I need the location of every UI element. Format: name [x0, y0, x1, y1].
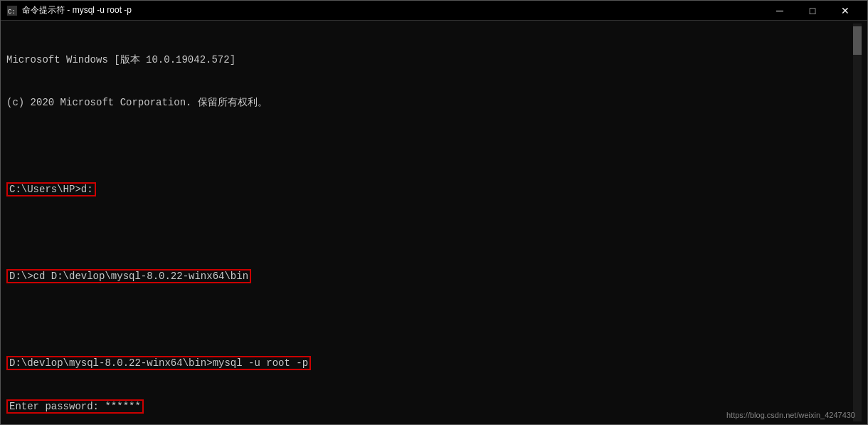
terminal-body: Microsoft Windows [版本 10.0.19042.572] (c… — [1, 21, 867, 424]
title-bar: C: 命令提示符 - mysql -u root -p ─ □ ✕ — [1, 1, 867, 21]
line-blank-2 — [6, 226, 853, 240]
scrollbar[interactable] — [853, 23, 862, 421]
line-d-command: C:\Users\HP>d: — [6, 182, 853, 196]
window-controls: ─ □ ✕ — [763, 1, 862, 21]
minimize-button[interactable]: ─ — [763, 1, 796, 21]
svg-text:C:: C: — [8, 9, 16, 16]
window-title: 命令提示符 - mysql -u root -p — [22, 4, 132, 16]
watermark: https://blog.csdn.net/weixin_4247430 — [726, 411, 855, 419]
box-cd-command: D:\>cd D:\devlop\mysql-8.0.22-winx64\bin — [6, 269, 251, 283]
close-button[interactable]: ✕ — [829, 1, 862, 21]
box-d-command: C:\Users\HP>d: — [6, 182, 96, 196]
box-mysql-command: D:\devlop\mysql-8.0.22-winx64\bin>mysql … — [6, 356, 311, 370]
cmd-window: C: 命令提示符 - mysql -u root -p ─ □ ✕ Micros… — [0, 0, 868, 425]
box-password: Enter password: ****** — [6, 399, 144, 414]
line-blank-1 — [6, 139, 853, 153]
maximize-button[interactable]: □ — [796, 1, 829, 21]
line-blank-3 — [6, 313, 853, 327]
line-cd-command: D:\>cd D:\devlop\mysql-8.0.22-winx64\bin — [6, 269, 853, 283]
title-bar-left: C: 命令提示符 - mysql -u root -p — [6, 4, 132, 16]
scrollbar-thumb[interactable] — [853, 26, 862, 55]
line-mysql-command: D:\devlop\mysql-8.0.22-winx64\bin>mysql … — [6, 356, 853, 370]
terminal-content[interactable]: Microsoft Windows [版本 10.0.19042.572] (c… — [6, 23, 853, 421]
line-windows-version: Microsoft Windows [版本 10.0.19042.572] — [6, 53, 853, 67]
line-copyright: (c) 2020 Microsoft Corporation. 保留所有权利。 — [6, 95, 853, 110]
terminal-icon: C: — [6, 5, 18, 16]
